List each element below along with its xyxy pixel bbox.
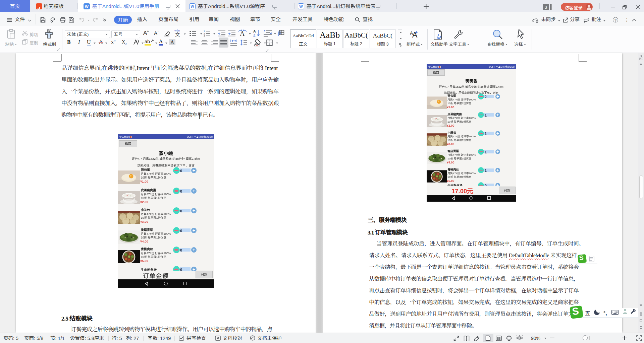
svg-text:A: A bbox=[410, 30, 413, 36]
svg-text:Z: Z bbox=[253, 33, 256, 37]
svg-text:3: 3 bbox=[204, 35, 205, 37]
svg-text:A: A bbox=[253, 29, 256, 33]
svg-text:1: 1 bbox=[204, 30, 205, 32]
